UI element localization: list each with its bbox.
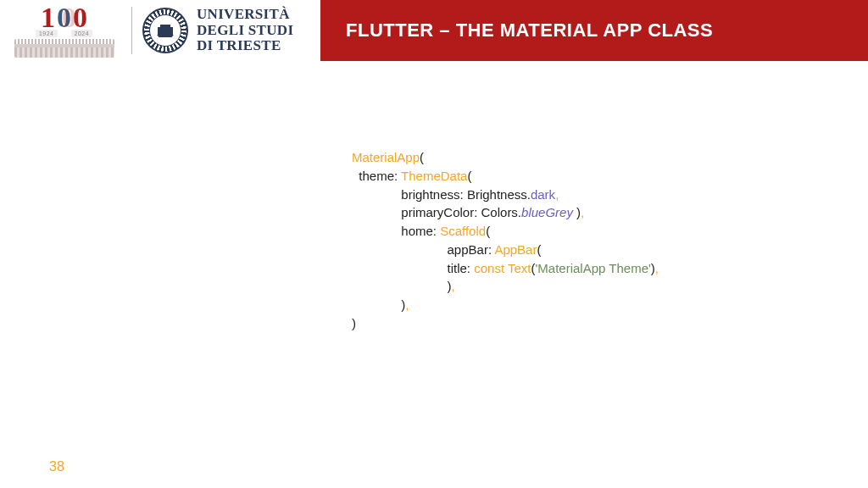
code-snippet: MaterialApp( theme: ThemeData( brightnes… [352,148,659,333]
slide-title: FLUTTER – THE MATERIAL APP CLASS [346,19,713,42]
digit-1: 1 [41,3,55,32]
page-number: 38 [49,459,64,474]
code-token: ) [352,297,405,312]
code-token: ( [537,242,541,257]
code-token: , [555,187,559,202]
code-token: ) [352,279,452,293]
university-lockup: UNIVERSITÀ DEGLI STUDI DI TRIESTE [142,7,293,53]
code-token: , [452,279,455,293]
code-token: AppBar [494,242,537,257]
code-token: 'MaterialApp Theme' [535,261,650,275]
digit-0-overlap: 0 [57,3,71,32]
university-seal-icon [142,8,188,53]
code-token: , [581,205,584,219]
anniversary-logo: 1 0 0 1924 2024 [7,3,121,58]
slide-header: 1 0 0 1924 2024 UNIVERSITÀ DEGLI STUDI D… [0,0,868,61]
code-token: ( [467,169,471,183]
code-token: appBar: [352,242,494,257]
code-token: ) [573,205,581,219]
code-token: title: [352,261,474,275]
code-token: theme: [352,169,401,183]
code-token: Text [508,261,531,275]
code-token: , [655,261,659,275]
title-bar: FLUTTER – THE MATERIAL APP CLASS [320,0,868,61]
university-name-line2: DEGLI STUDI [197,23,293,38]
code-token: dark [531,187,555,202]
code-token: ) [352,316,356,330]
code-token: blueGrey [521,205,573,219]
code-token: ( [486,224,490,238]
university-name-line1: UNIVERSITÀ [197,7,293,22]
year-from: 1924 [36,30,58,37]
building-icon [14,39,114,58]
code-token: MaterialApp [352,150,420,164]
code-token: , [405,297,409,312]
code-token: ThemeData [401,169,467,183]
university-name: UNIVERSITÀ DEGLI STUDI DI TRIESTE [197,7,293,53]
code-token: brightness: Brightness. [352,187,531,202]
logo-block: 1 0 0 1924 2024 UNIVERSITÀ DEGLI STUDI D… [0,0,320,61]
code-token: primaryColor: Colors. [352,205,521,219]
code-token: home: [352,224,440,238]
code-token: Scaffold [440,224,486,238]
code-token: ( [420,150,424,164]
university-name-line3: DI TRIESTE [197,38,293,53]
logo-separator [131,7,132,54]
code-token: const [474,261,504,275]
anniversary-digits: 1 0 0 [41,3,87,32]
